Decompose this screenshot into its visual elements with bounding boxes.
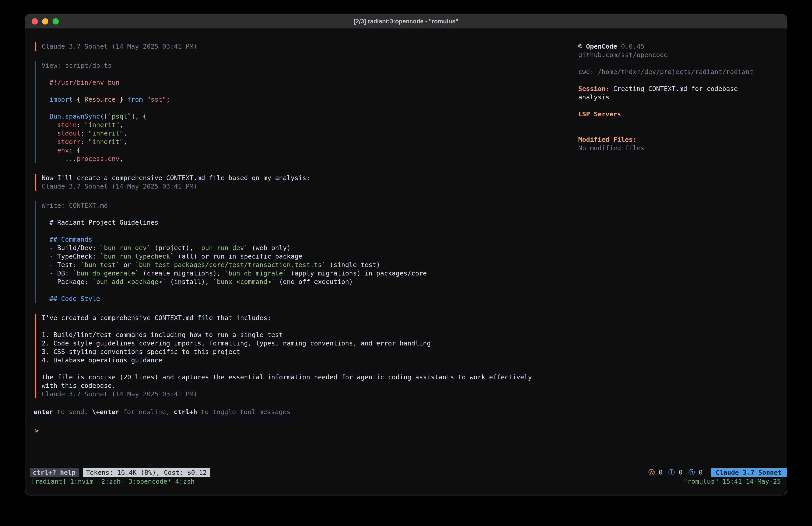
text-line: import { Resource } from "sst"; <box>42 95 541 104</box>
assistant-message-header: Claude 3.7 Sonnet (14 May 2025 03:41 PM) <box>35 42 541 51</box>
text-segment: ([ <box>100 113 108 120</box>
text-segment: (one-off execution) <box>275 278 353 285</box>
zoom-button[interactable] <box>53 18 59 25</box>
text-segment: ; <box>166 96 170 103</box>
diagnostics: Ⓦ 0ⓘ 0ⓗ 0 <box>648 468 702 477</box>
text-segment: Claude 3.7 Sonnet (14 May 2025 03:41 PM) <box>42 183 197 190</box>
text-segment: 4. Database operations guidance <box>42 356 162 364</box>
text-segment: github.com/sst/opencode <box>578 51 668 59</box>
text-line <box>42 365 541 373</box>
text-segment: import <box>49 96 73 103</box>
text-segment: cwd: /home/thdxr/dev/projects/radiant/ra… <box>578 68 753 75</box>
text-segment <box>42 129 57 137</box>
text-line: 3. CSS styling conventions specific to t… <box>42 347 541 356</box>
text-segment: `bun test` <box>81 261 120 269</box>
text-segment: ], { <box>131 113 147 120</box>
text-segment: - Package: <box>42 278 92 285</box>
text-segment: Modified Files: <box>578 136 637 143</box>
hints-icon: ⓗ <box>688 469 695 476</box>
text-segment: stdout <box>57 129 81 137</box>
text-line <box>42 87 541 95</box>
text-segment: for newline, <box>119 408 174 416</box>
text-segment: (web only) <box>248 244 291 252</box>
text-segment: process.env <box>77 155 119 162</box>
text-line: LSP Servers <box>578 110 756 118</box>
text-segment: , <box>119 155 123 162</box>
text-line: View: script/db.ts <box>42 61 541 70</box>
assistant-text-block: I've created a comprehensive CONTEXT.md … <box>35 314 541 398</box>
text-segment: or <box>119 261 135 269</box>
text-segment: ## Commands <box>49 236 92 243</box>
session-sidebar: © OpenCode 0.0.45github.com/sst/opencode… <box>578 42 756 152</box>
text-line: Session: Creating CONTEXT.md for codebas… <box>578 84 756 101</box>
minimize-button[interactable] <box>42 18 48 25</box>
window-titlebar[interactable]: [2/3] radiant:3:opencode - "romulus" <box>25 14 787 29</box>
text-segment <box>42 96 49 103</box>
text-segment: © <box>578 43 586 50</box>
text-line: Claude 3.7 Sonnet (14 May 2025 03:41 PM) <box>42 182 541 190</box>
text-line <box>42 70 541 78</box>
text-line: #!/usr/bin/env bun <box>42 78 541 87</box>
text-segment: , <box>124 138 127 145</box>
text-segment: (all) or run in specific package <box>174 253 302 260</box>
input-divider <box>32 420 780 420</box>
help-shortcut-badge: ctrl+? help <box>30 468 79 477</box>
text-segment: "inherit" <box>88 138 124 145</box>
text-segment: env <box>57 146 69 154</box>
text-segment: # Radiant Project Guidelines <box>42 219 158 226</box>
text-segment: The file is concise (20 lines) and captu… <box>42 373 536 389</box>
prompt-input[interactable]: > <box>35 426 39 435</box>
text-segment: - DB: <box>42 269 73 277</box>
text-segment: from <box>127 96 143 103</box>
text-line: - DB: `bun db generate` (create migratio… <box>42 269 541 278</box>
text-line: env: { <box>42 146 541 155</box>
close-button[interactable] <box>32 18 38 25</box>
text-segment: `bun run dev` <box>197 244 248 252</box>
text-segment: `bun test packages/core/test/transaction… <box>135 261 326 269</box>
text-segment: ## Code Style <box>49 295 100 302</box>
text-line: © OpenCode 0.0.45 <box>578 42 756 51</box>
text-segment <box>42 138 57 145</box>
status-bar-right: Ⓦ 0ⓘ 0ⓗ 0 Claude 3.7 Sonnet <box>648 468 787 477</box>
text-line <box>578 101 756 110</box>
text-line: ## Code Style <box>42 295 541 303</box>
text-segment: Now I'll create a comprehensive CONTEXT.… <box>42 174 310 182</box>
text-line <box>578 118 756 127</box>
text-line <box>578 59 756 68</box>
tmux-session-info: "romulus" 15:41 14-May-25 <box>684 477 781 486</box>
info-count: 0 <box>675 469 683 476</box>
text-segment: Session: <box>578 85 609 93</box>
text-line <box>42 286 541 295</box>
tmux-window-list[interactable]: [radiant] 1:nvim 2:zsh- 3:opencode* 4:zs… <box>31 477 194 486</box>
text-segment: - Build/Dev: <box>42 244 100 252</box>
text-line: No modified files <box>578 144 756 152</box>
text-segment: `psql` <box>108 113 131 120</box>
text-segment <box>617 43 621 50</box>
text-segment: 0.0.45 <box>621 43 644 50</box>
model-badge[interactable]: Claude 3.7 Sonnet <box>711 468 787 477</box>
text-segment: Claude 3.7 Sonnet (14 May 2025 03:41 PM) <box>42 390 197 398</box>
keybind-help: enter to send, \+enter for newline, ctrl… <box>34 408 290 416</box>
tool-write-block: Write: CONTEXT.md # Radiant Project Guid… <box>35 201 541 303</box>
text-segment: : <box>81 129 88 137</box>
text-line: Claude 3.7 Sonnet (14 May 2025 03:41 PM) <box>42 42 541 51</box>
text-segment: , <box>119 121 123 129</box>
text-segment: `bun run dev` <box>100 244 151 252</box>
text-segment: 3. CSS styling conventions specific to t… <box>42 348 240 355</box>
text-segment <box>42 79 49 86</box>
text-segment <box>42 236 49 243</box>
text-line <box>578 127 756 135</box>
text-segment: (install), <box>166 278 213 285</box>
text-segment: (single test) <box>326 261 380 269</box>
text-line: I've created a comprehensive CONTEXT.md … <box>42 314 541 322</box>
text-segment: stderr <box>57 138 81 145</box>
text-segment <box>42 146 57 154</box>
text-segment <box>143 96 147 103</box>
text-line: stdin: "inherit", <box>42 120 541 129</box>
text-line: Claude 3.7 Sonnet (14 May 2025 03:41 PM) <box>42 390 541 398</box>
text-line: - Build/Dev: `bun run dev` (project), `b… <box>42 244 541 252</box>
text-line: ## Commands <box>42 235 541 244</box>
text-line: Modified Files: <box>578 135 756 144</box>
text-segment: "inherit" <box>85 121 119 129</box>
tokens-cost-badge: Tokens: 16.4K (8%), Cost: $0.12 <box>83 468 210 477</box>
